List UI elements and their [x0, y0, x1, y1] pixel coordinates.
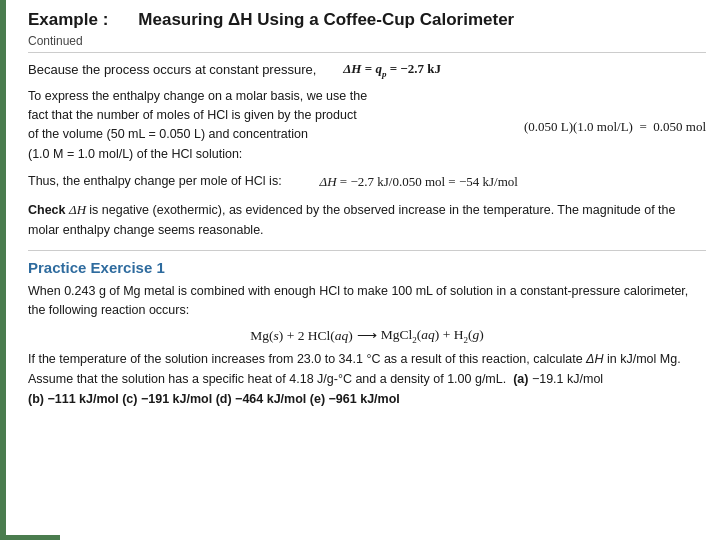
answer-e-label: (e)	[310, 392, 325, 406]
chem-right: MgCl2(aq) + H2(g)	[381, 327, 484, 345]
practice-intro: When 0.243 g of Mg metal is combined wit…	[28, 282, 706, 321]
check-text: is negative (exothermic), as evidenced b…	[28, 203, 676, 236]
molar-basis-text: To express the enthalpy change on a mola…	[28, 87, 367, 165]
practice-title: Practice Exercise 1	[28, 259, 706, 276]
practice-section: Practice Exercise 1 When 0.243 g of Mg m…	[28, 259, 706, 409]
bottom-accent-bar	[0, 535, 60, 540]
check-section: Check ΔH is negative (exothermic), as ev…	[28, 200, 706, 240]
main-content: Example : Measuring ΔH Using a Coffee-Cu…	[18, 0, 720, 427]
practice-intro-text: When 0.243 g of Mg metal is combined wit…	[28, 284, 688, 317]
chemical-equation-container: Mg(s) + 2 HCl(aq) ⟶ MgCl2(aq) + H2(g)	[28, 327, 706, 345]
chem-left: Mg(s) + 2 HCl(aq)	[250, 328, 353, 344]
answer-d-label: (d)	[216, 392, 232, 406]
practice-followup-text: If the temperature of the solution incre…	[28, 352, 681, 385]
left-accent-bar	[0, 0, 6, 540]
answer-c-label: (c)	[122, 392, 137, 406]
chem-arrow: ⟶	[357, 327, 377, 344]
answer-c-value: −191 kJ/mol	[141, 392, 216, 406]
answers-row: (b) −111 kJ/mol (c) −191 kJ/mol (d) −464…	[28, 389, 706, 409]
per-mole-prefix: Thus, the enthalpy change per mole of HC…	[28, 172, 282, 191]
answer-e-value: −961 kJ/mol	[329, 392, 400, 406]
answer-a: (a)	[513, 372, 528, 386]
practice-divider	[28, 250, 706, 251]
answer-d-value: −464 kJ/mol	[235, 392, 310, 406]
moles-equation: (0.050 L)(1.0 mol/L) = 0.050 mol	[524, 87, 706, 135]
header-divider	[28, 52, 706, 53]
example-label: Example :	[28, 10, 108, 30]
check-label: Check	[28, 203, 69, 217]
molar-basis-section: To express the enthalpy change on a mola…	[28, 87, 706, 165]
molar-line4: (1.0 M = 1.0 mol/L) of the HCl solution:	[28, 147, 242, 161]
molar-line3: of the volume (50 mL = 0.050 L) and conc…	[28, 127, 308, 141]
page-title: Measuring ΔH Using a Coffee-Cup Calorime…	[138, 10, 514, 30]
continued-label: Continued	[28, 34, 706, 48]
answer-b-value: −111 kJ/mol	[47, 392, 122, 406]
enthalpy-equation: ΔH = qp = −2.7 kJ	[343, 61, 441, 79]
header-row: Example : Measuring ΔH Using a Coffee-Cu…	[28, 10, 706, 30]
per-mole-equation: ΔH = −2.7 kJ/0.050 mol = −54 kJ/mol	[320, 172, 518, 192]
molar-line1: To express the enthalpy change on a mola…	[28, 89, 367, 103]
chemical-equation: Mg(s) + 2 HCl(aq) ⟶ MgCl2(aq) + H2(g)	[250, 327, 483, 345]
molar-line2: fact that the number of moles of HCl is …	[28, 108, 357, 122]
page-container: Example : Measuring ΔH Using a Coffee-Cu…	[0, 0, 720, 540]
constant-pressure-text: Because the process occurs at constant p…	[28, 62, 316, 77]
constant-pressure-section: Because the process occurs at constant p…	[28, 61, 706, 79]
per-mole-section: Thus, the enthalpy change per mole of HC…	[28, 172, 706, 192]
check-delta: ΔH	[69, 202, 89, 217]
practice-followup: If the temperature of the solution incre…	[28, 350, 706, 389]
answer-b-label: (b)	[28, 392, 44, 406]
